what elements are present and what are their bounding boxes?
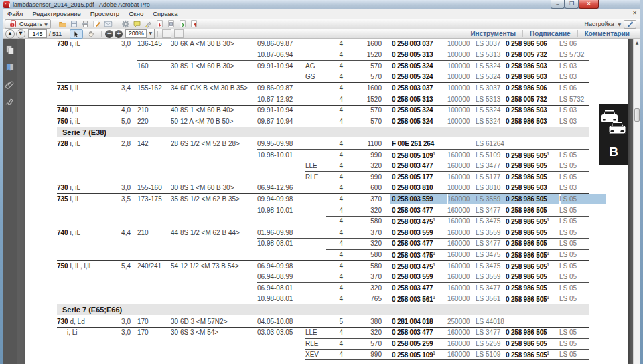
scroll-up-icon[interactable]: ▲ (634, 39, 640, 47)
attach-page-icon[interactable] (167, 20, 175, 28)
email-icon[interactable] (104, 20, 113, 28)
footnote-mark: 1 (433, 295, 435, 300)
cell-p: 240/241 (137, 262, 161, 270)
table-row: 730 i, iL3,0155-16030 8S 1 <M 60 B 30>06… (25, 183, 628, 194)
cell-l1: LS 5177 (476, 173, 500, 181)
cell-val: 570 (350, 62, 382, 70)
cell-l2: LS 05 (559, 173, 577, 181)
signatures-icon[interactable] (5, 97, 14, 106)
cell-val: 1520 (350, 51, 382, 58)
cell-l1: LS 3477 (476, 162, 500, 169)
zoom-dropdown-icon[interactable]: ▼ (147, 29, 155, 39)
cell-q: 4 (326, 96, 343, 103)
cell-iv: 160000 (447, 207, 470, 214)
print-icon[interactable] (81, 20, 90, 28)
cell-d: 3,0 (105, 40, 131, 48)
cell-val: 600 (350, 184, 382, 191)
minimize-button[interactable]: – (551, 0, 565, 9)
cell-p: 173-175 (137, 195, 162, 203)
cell-p: 210 (137, 229, 149, 236)
vertical-scrollbar[interactable]: ▲ (633, 39, 640, 364)
export-page-icon[interactable] (155, 20, 164, 28)
tools-panel-link[interactable]: Инструменты (463, 30, 522, 37)
footnote-mark: 1 (433, 151, 435, 156)
close-button[interactable]: ✕ (579, 0, 599, 9)
document-close-icon[interactable]: ✕ (632, 10, 637, 16)
cell-iv: 100000 (447, 96, 470, 103)
cell-l1: LS 5324 (476, 62, 500, 70)
table-row: LLE43200 258 003 477160000LS 34770 258 9… (25, 161, 628, 172)
cell-l1: LS 3559 (476, 195, 500, 203)
cell-l2: LS 5732 (559, 51, 584, 58)
cell-l2: LS 05 (559, 240, 577, 247)
cell-iv: 250000 (447, 318, 470, 325)
page-thumbnails-icon[interactable] (5, 45, 14, 54)
cell-val: 990 (350, 173, 382, 181)
highlight-icon[interactable] (144, 20, 153, 28)
menu-window[interactable]: Окно (124, 9, 148, 17)
table-row: 10.98-08.0143200 258 003 477160000LS 347… (25, 238, 628, 250)
cell-iv: 160000 (447, 240, 470, 247)
bookmarks-icon[interactable] (5, 62, 14, 71)
cell-l1: LS 5109 (476, 351, 500, 358)
cell-d: 5,0 (105, 118, 131, 125)
menu-edit[interactable]: Редактирование (27, 9, 85, 17)
cell-val: 380 (350, 318, 382, 325)
create-button[interactable]: Создать ▼ (5, 19, 51, 29)
document-area: 730 i, iL3,0136-14530 6K A <M 30 B 30>09… (17, 39, 640, 364)
menu-help[interactable]: Справка (148, 9, 182, 17)
cell-dt: 09.91-10.94 (257, 106, 293, 114)
cell-e: 35 8S 1/2 <M 62 B 35> (171, 195, 240, 203)
fit-window-button[interactable] (174, 29, 184, 38)
pdf-page[interactable]: 730 i, iL3,0136-14530 6K A <M 30 B 30>09… (25, 38, 628, 364)
cell-d: 3,4 (105, 84, 131, 92)
gear-icon[interactable] (121, 20, 130, 28)
zoom-out-button[interactable]: − (105, 30, 113, 38)
row-separator (257, 149, 589, 150)
acrobat-app-icon (3, 1, 10, 8)
previous-page-button[interactable]: ▲ (5, 29, 15, 39)
comment-icon[interactable] (133, 20, 141, 28)
menu-file[interactable]: Файл (3, 9, 27, 17)
cell-q: 4 (326, 284, 343, 292)
cell-iv: 160000 (447, 273, 470, 280)
sign-page-icon[interactable] (190, 20, 198, 28)
expand-toolbar-button[interactable] (624, 20, 636, 29)
table-row: 16030 8S 1 <M 60 B 30>09.91-10.94AG45700… (25, 60, 628, 72)
cell-val: 320 (350, 240, 382, 247)
cell-e: 30 6S 3 <M 54> (171, 329, 218, 336)
scroll-mode-button[interactable] (162, 29, 171, 38)
cell-dt: 03.03-03.05 (257, 329, 293, 336)
cell-dt: 10.98-10.01 (257, 151, 293, 159)
signing-panel-link[interactable]: Подписание (523, 30, 577, 37)
select-tool-button[interactable] (70, 29, 83, 39)
cell-l1: LS 5324 (476, 106, 500, 114)
cell-val: 580 (350, 262, 382, 270)
edit-icon[interactable] (92, 20, 101, 28)
cell-p1: 0 258 003 477 (392, 329, 433, 336)
row-separator (257, 238, 589, 239)
cell-model: i, Li (67, 329, 78, 336)
maximize-button[interactable]: ❐ (565, 0, 579, 9)
cell-p1: 0 258 005 1091 (392, 351, 435, 359)
cell-p: 220 (137, 118, 149, 125)
attachments-icon[interactable] (5, 80, 14, 88)
settings-menu[interactable]: Настройка ▼ (585, 21, 621, 27)
create-button-label: Создать (19, 21, 42, 27)
comments-panel-link[interactable]: Комментарии (578, 30, 636, 37)
send-page-icon[interactable] (178, 20, 187, 28)
open-file-icon[interactable] (58, 20, 67, 28)
scrollbar-thumb[interactable] (634, 108, 640, 122)
cell-d: 4,0 (105, 106, 131, 114)
hand-tool-button[interactable] (84, 29, 98, 39)
menu-view[interactable]: Просмотр (86, 9, 124, 17)
save-icon[interactable] (70, 20, 78, 28)
cell-e: 50 12 A <M 70 B 50> (171, 118, 233, 125)
page-number-input[interactable] (28, 29, 47, 38)
next-page-button[interactable]: ▼ (16, 29, 25, 39)
zoom-level-value[interactable]: 200% (125, 29, 147, 38)
cell-iv: 160000 (447, 284, 470, 292)
cell-dt: 10.98-08.01 (257, 240, 293, 247)
cell-q: 4 (326, 184, 343, 191)
zoom-in-button[interactable]: + (115, 30, 123, 38)
